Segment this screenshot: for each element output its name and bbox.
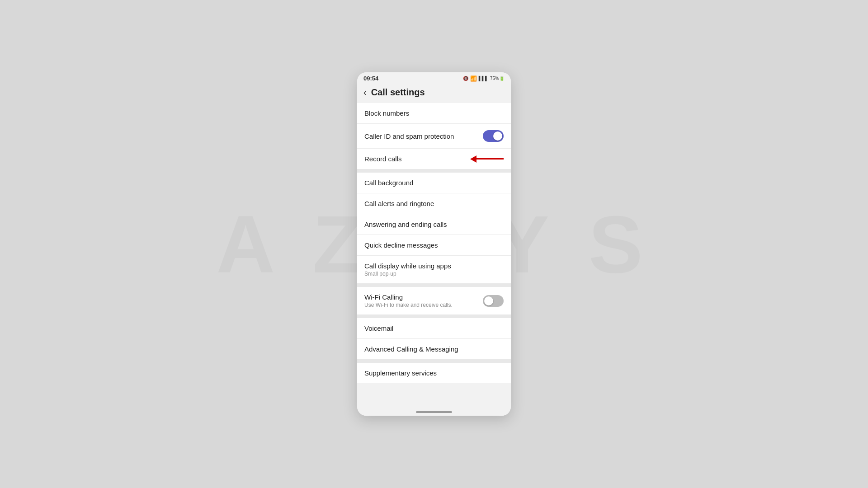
section-divider-3 [357, 314, 511, 318]
call-alerts-label: Call alerts and ringtone [364, 200, 504, 207]
call-background-item[interactable]: Call background [357, 173, 511, 193]
answering-ending-label: Answering and ending calls [364, 221, 504, 228]
wifi-calling-sublabel: Use Wi-Fi to make and receive calls. [364, 302, 483, 308]
wifi-calling-toggle[interactable] [483, 295, 504, 307]
caller-id-toggle[interactable] [483, 130, 504, 142]
voicemail-item[interactable]: Voicemail [357, 318, 511, 339]
voicemail-label: Voicemail [364, 324, 504, 332]
call-display-item[interactable]: Call display while using apps Small pop-… [357, 256, 511, 283]
wifi-calling-item[interactable]: Wi-Fi Calling Use Wi-Fi to make and rece… [357, 287, 511, 314]
header: ‹ Call settings [357, 84, 511, 103]
call-background-label: Call background [364, 179, 504, 187]
section-5: Supplementary services [357, 363, 511, 383]
section-3: Wi-Fi Calling Use Wi-Fi to make and rece… [357, 287, 511, 314]
caller-id-label: Caller ID and spam protection [364, 132, 483, 140]
status-bar: 09:54 🔇 📶 ▌▌▌ 75%🔋 [357, 72, 511, 84]
section-1: Block numbers Caller ID and spam protect… [357, 103, 511, 169]
phone-frame: 09:54 🔇 📶 ▌▌▌ 75%🔋 ‹ Call settings Block… [357, 72, 511, 416]
section-2: Call background Call alerts and ringtone… [357, 173, 511, 283]
wifi-toggle-knob [484, 296, 493, 305]
status-icons: 🔇 📶 ▌▌▌ 75%🔋 [463, 75, 505, 82]
call-alerts-item[interactable]: Call alerts and ringtone [357, 193, 511, 214]
call-display-label: Call display while using apps [364, 262, 504, 270]
block-numbers-item[interactable]: Block numbers [357, 103, 511, 124]
wifi-calling-label: Wi-Fi Calling [364, 293, 483, 301]
scroll-indicator [416, 411, 452, 413]
record-calls-item[interactable]: Record calls [357, 149, 511, 169]
section-4: Voicemail Advanced Calling & Messaging [357, 318, 511, 359]
page-title: Call settings [371, 87, 425, 98]
signal-icon: ▌▌▌ [479, 76, 488, 81]
section-divider-1 [357, 169, 511, 173]
block-numbers-label: Block numbers [364, 109, 504, 117]
mute-icon: 🔇 [463, 76, 468, 81]
battery-icon: 75%🔋 [490, 76, 505, 81]
settings-scroll-area[interactable]: Block numbers Caller ID and spam protect… [357, 103, 511, 416]
quick-decline-item[interactable]: Quick decline messages [357, 235, 511, 256]
call-display-sublabel: Small pop-up [364, 271, 504, 277]
advanced-calling-label: Advanced Calling & Messaging [364, 345, 504, 353]
red-arrow-annotation [470, 155, 504, 163]
wifi-icon: 📶 [470, 75, 477, 82]
arrow-line [476, 158, 504, 160]
section-divider-4 [357, 359, 511, 363]
supplementary-label: Supplementary services [364, 369, 504, 377]
status-time: 09:54 [363, 75, 378, 82]
advanced-calling-item[interactable]: Advanced Calling & Messaging [357, 339, 511, 359]
quick-decline-label: Quick decline messages [364, 241, 504, 249]
toggle-knob [493, 131, 502, 141]
arrow-head [470, 155, 476, 163]
caller-id-item[interactable]: Caller ID and spam protection [357, 124, 511, 149]
section-divider-2 [357, 283, 511, 287]
supplementary-item[interactable]: Supplementary services [357, 363, 511, 383]
answering-ending-item[interactable]: Answering and ending calls [357, 214, 511, 235]
back-button[interactable]: ‹ [363, 87, 367, 98]
